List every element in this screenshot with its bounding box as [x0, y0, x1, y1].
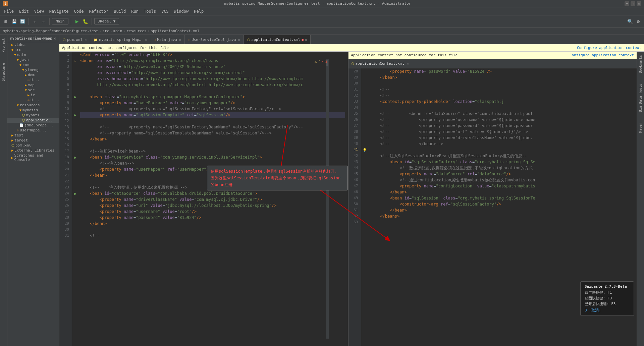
toolbar-jrebel-btn[interactable]: JRebel ▼: [94, 18, 119, 24]
tab-pom[interactable]: ⬡ pom.xml ✕: [59, 35, 90, 44]
breadcrumb-main[interactable]: main: [113, 29, 122, 33]
project-tree: ▶ .idea ▼ src ▼ main ▼ java ▼ com: [7, 42, 59, 346]
tree-item-target[interactable]: ▶ target: [7, 138, 59, 143]
bookmarks-tab[interactable]: Bookmarks: [638, 53, 643, 75]
tree-item-usermapper[interactable]: ☉ UserMappe...: [7, 128, 59, 133]
folder-icon: ▼: [17, 58, 19, 62]
tree-item-mybatis[interactable]: ▼ mybatis: [7, 108, 59, 113]
tree-item-u1[interactable]: ☉ U...: [7, 77, 59, 82]
tab-appcontext[interactable]: ⬡ applicationContext.xml ● ✕: [244, 35, 311, 44]
tree-item-mybatis-xml[interactable]: ⬡ mybati...: [7, 113, 59, 118]
left-code-editor[interactable]: 1 2 3 4 5 6 7 8 9 10 11 12 13: [59, 52, 348, 346]
maximize-btn[interactable]: □: [631, 1, 635, 6]
breadcrumb-src[interactable]: src: [102, 29, 109, 33]
tree-item-app-xml[interactable]: ⬡ applicatio...: [7, 118, 59, 123]
toolbar-search-btn[interactable]: 🔍: [626, 18, 634, 25]
prop-icon: 📄: [19, 123, 23, 127]
folder-icon: ▶: [11, 149, 13, 152]
tree-item-com[interactable]: ▼ com: [7, 62, 59, 67]
breadcrumb-project[interactable]: mybatis-spring-MapperScannerConfigurer-t…: [3, 29, 98, 33]
toolbar-back-btn[interactable]: ←: [31, 18, 39, 25]
left-editor-pane: 1 2 3 4 5 6 7 8 9 10 11 12 13: [59, 52, 348, 346]
tree-item-test[interactable]: ▶ test: [7, 133, 59, 138]
tree-item-java[interactable]: ▼ java: [7, 57, 59, 62]
code-line: [371, 80, 634, 86]
folder-icon: ▶: [11, 133, 13, 137]
left-side-panel: Project Structure: [0, 35, 7, 346]
toolbar-forward-btn[interactable]: →: [40, 18, 47, 25]
toolbar-sync-btn[interactable]: 🔄: [19, 18, 26, 25]
window-controls: ─ □ ✕: [625, 1, 641, 6]
code-line: <property name="password" value="815924"…: [80, 215, 345, 221]
folder-icon: ▼: [19, 63, 21, 67]
tab-main[interactable]: ☉ Main.java ✕: [150, 35, 185, 44]
menu-item-help[interactable]: Help: [191, 8, 206, 14]
code-line: <bean id="dataSource" class="com.alibaba…: [80, 190, 345, 196]
menu-item-code[interactable]: Code: [71, 8, 87, 14]
menu-item-run[interactable]: Run: [128, 8, 141, 14]
right-side-tabs: Bookmarks Big Data Tools Maven: [637, 52, 644, 346]
right-configure-link[interactable]: Configure application context: [570, 53, 634, 57]
code-line: <!-- <property name="sqlSessionFactory" …: [80, 106, 345, 112]
tree-item-jdbc-prop[interactable]: 📄 jdbc.prope...: [7, 123, 59, 128]
menu-item-refactor[interactable]: Refactor: [86, 8, 111, 14]
annotation-popup: 使用sqlSessionTemplate，并且把sqlSession注册的注释也…: [207, 166, 348, 190]
tree-item-yimeng[interactable]: ▼ yimeng: [7, 67, 59, 72]
tree-item-scratches[interactable]: ▶ Scratches and Console: [7, 153, 59, 162]
left-code-content[interactable]: <?xml version="1.0" encoding="UTF-8"?> <…: [77, 52, 348, 346]
menu-item-navigate[interactable]: Navigate: [47, 8, 71, 14]
tree-item-map[interactable]: ▶ map: [7, 82, 59, 88]
toolbar-run-config[interactable]: Main: [52, 18, 68, 24]
tree-item-ser[interactable]: ▼ ser: [7, 88, 59, 93]
minimize-btn[interactable]: ─: [625, 1, 629, 6]
toolbar-settings-btn[interactable]: ⚙: [635, 18, 642, 25]
toolbar-debug-btn[interactable]: 🐛: [82, 18, 89, 25]
configure-link[interactable]: Configure application context: [577, 46, 641, 50]
toolbar-save-btn[interactable]: 💾: [10, 18, 18, 25]
tree-item-main[interactable]: ▼ main: [7, 52, 59, 57]
left-scroll-indicator: [326, 59, 329, 339]
maven-tab[interactable]: Maven: [638, 121, 643, 135]
menu-item-window[interactable]: Window: [171, 8, 191, 14]
code-line: <!-- <property name="driverClassName" va…: [371, 135, 634, 141]
snipaste-title: Snipaste 2.7.3-Beta: [585, 284, 630, 289]
tree-item-external-libs[interactable]: ▶ External Libraries: [7, 148, 59, 153]
folder-icon: ▶: [11, 138, 13, 142]
menu-item-tools[interactable]: Tools: [141, 8, 159, 14]
code-line: <beans xmlns="http://www.springframework…: [80, 58, 345, 64]
breadcrumb-file[interactable]: applicationContext.xml: [151, 29, 200, 33]
tree-item-dom[interactable]: ▶ dom: [7, 72, 59, 77]
snipaste-counter[interactable]: 0 [取消]: [585, 308, 630, 313]
folder-icon: ▼: [25, 88, 27, 92]
close-btn[interactable]: ✕: [637, 1, 641, 6]
menu-item-view[interactable]: View: [32, 8, 47, 14]
menu-item-file[interactable]: File: [1, 8, 16, 14]
breadcrumb-resources[interactable]: resources: [126, 29, 147, 33]
menu-item-build[interactable]: Build: [111, 8, 128, 14]
menu-item-vcs[interactable]: VCS: [159, 8, 171, 14]
toolbar-project-btn[interactable]: ⊞: [2, 18, 9, 25]
tree-item-ir[interactable]: ▶ ir: [7, 93, 59, 98]
right-line-numbers: 28 29 30 31 32 33 34 35 36 37 38 39: [348, 68, 361, 346]
tree-item-resources[interactable]: ▼ resources: [7, 103, 59, 108]
menu-item-edit[interactable]: Edit: [16, 8, 32, 14]
folder-icon: ▼: [17, 103, 19, 107]
breadcrumb: mybatis-spring-MapperScannerConfigurer-t…: [0, 27, 644, 35]
pom-xml-icon: ⬡: [63, 38, 66, 42]
right-file-tab[interactable]: ⬡ applicationContext.xml ✕: [351, 61, 409, 66]
tab-userservice[interactable]: ☉ UserServiceImpl.java ✕: [185, 35, 244, 44]
tree-item-idea[interactable]: ▶ .idea: [7, 42, 59, 47]
structure-tab[interactable]: Structure: [1, 61, 6, 83]
project-tab[interactable]: Project: [1, 36, 6, 54]
tree-item-u2[interactable]: ☉ U...: [7, 98, 59, 103]
tree-item-pom[interactable]: ⬡ pom.xml: [7, 143, 59, 148]
bigtata-tab[interactable]: Big Data Tools: [638, 82, 643, 114]
code-line: [371, 219, 634, 225]
tab-project[interactable]: 📁 mybatis-spring-MapperScannerConfigurer…: [90, 35, 150, 44]
toolbar-run-btn[interactable]: ▶: [73, 18, 81, 25]
snipaste-tooltip: Snipaste 2.7.3-Beta 截屏快捷键: F1 贴图快捷键: F3 …: [580, 281, 634, 316]
snipaste-line1: 截屏快捷键: F1: [585, 290, 630, 295]
tree-item-src[interactable]: ▼ src: [7, 47, 59, 52]
code-line: </bean>: [371, 189, 634, 195]
folder-icon: ▼: [19, 108, 21, 112]
